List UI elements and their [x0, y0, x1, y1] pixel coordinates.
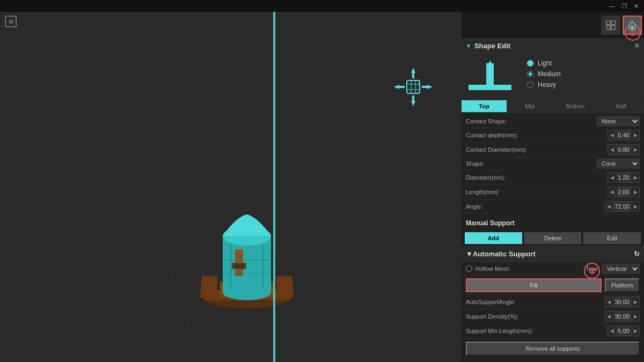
- auto-support-angle-value: 30.00: [612, 299, 632, 305]
- support-density-value: 30.00: [612, 313, 632, 320]
- contact-depth-value: 0.40: [616, 132, 632, 138]
- contact-depth-decrement[interactable]: ◀: [608, 130, 616, 140]
- radio-group: Light Medium Heavy: [518, 54, 644, 100]
- svg-marker-4: [411, 68, 415, 73]
- diameter-value: 1.20: [616, 174, 632, 181]
- contact-shape-select[interactable]: None: [597, 116, 640, 126]
- edit-button[interactable]: Edit: [583, 232, 641, 244]
- prop-contact-depth-label: Contact depth(mm):: [466, 132, 608, 138]
- prop-shape: Shape: Cone: [462, 157, 644, 171]
- angle-spinner[interactable]: ◀ 72.00 ▶: [604, 201, 640, 212]
- hollow-mesh-label: Hollow Mesh: [475, 265, 586, 272]
- angle-increment-2[interactable]: ▶: [632, 297, 639, 307]
- nav-cube[interactable]: [392, 65, 435, 108]
- support-min-length-spinner[interactable]: ◀ 5.00 ▶: [608, 326, 640, 336]
- contact-diameter-decrement[interactable]: ◀: [608, 145, 616, 154]
- type-select[interactable]: Vertical: [602, 264, 640, 274]
- density-increment[interactable]: ▶: [632, 312, 639, 321]
- angle-value: 72.00: [612, 203, 632, 210]
- diameter-spinner[interactable]: ◀ 1.20 ▶: [608, 172, 640, 183]
- auto-support-angle-spinner[interactable]: ◀ 30.00 ▶: [604, 297, 640, 307]
- prop-contact-shape-control[interactable]: None: [597, 116, 640, 126]
- add-button[interactable]: Add: [465, 232, 522, 244]
- svg-rect-19: [200, 276, 218, 298]
- viewport[interactable]: ⊞: [0, 12, 462, 362]
- shape-edit-title: Shape Edit: [474, 42, 510, 50]
- support-min-length-value: 5.00: [616, 328, 632, 334]
- refresh-icon[interactable]: ↻: [634, 250, 640, 258]
- contact-diameter-value: 0.80: [616, 146, 632, 153]
- length-spinner[interactable]: ◀ 2.00 ▶: [608, 187, 640, 197]
- density-decrement[interactable]: ◀: [605, 312, 612, 321]
- auto-support-angle-row: AutoSupportAngle: ◀ 30.00 ▶: [462, 295, 644, 309]
- prop-contact-diameter: Contact Diameter(mm): ◀ 0.80 ▶: [462, 143, 644, 157]
- radio-medium[interactable]: Medium: [527, 69, 635, 79]
- svg-point-25: [223, 284, 271, 300]
- svg-rect-41: [469, 85, 511, 90]
- prop-angle: Angle: ◀ 72.00 ▶: [462, 200, 644, 214]
- panel-icon-button[interactable]: [601, 16, 620, 35]
- tab-top[interactable]: Top: [462, 100, 507, 112]
- prop-shape-control[interactable]: Cone: [597, 159, 640, 168]
- prop-contact-diameter-label: Contact Diameter(mm):: [466, 146, 608, 153]
- radio-heavy[interactable]: Heavy: [527, 79, 635, 90]
- svg-rect-12: [407, 80, 420, 93]
- main-layout: ⊞: [0, 12, 644, 362]
- minimize-button[interactable]: —: [609, 2, 616, 10]
- fill-button[interactable]: Fill: [466, 278, 602, 292]
- angle-increment[interactable]: ▶: [632, 202, 639, 211]
- svg-rect-38: [606, 26, 610, 29]
- properties-section: Contact Shape: None Contact depth(mm): ◀…: [462, 113, 644, 216]
- close-button[interactable]: ✕: [632, 2, 640, 10]
- support-density-spinner[interactable]: ◀ 30.00 ▶: [604, 311, 640, 322]
- svg-rect-37: [611, 21, 615, 25]
- length-increment[interactable]: ▶: [632, 187, 639, 197]
- prop-length-label: Length(mm):: [466, 189, 608, 195]
- svg-rect-7: [412, 95, 414, 101]
- diameter-increment[interactable]: ▶: [632, 173, 639, 182]
- vertical-pole: [273, 12, 275, 362]
- prop-diameter-label: Diameter(mm):: [466, 174, 608, 181]
- contact-diameter-increment[interactable]: ▶: [632, 145, 639, 154]
- tab-mid[interactable]: Mid: [507, 100, 553, 112]
- delete-button[interactable]: Delete: [524, 232, 582, 244]
- diameter-decrement[interactable]: ◀: [608, 173, 616, 182]
- remove-all-button[interactable]: Remove all supports: [466, 342, 640, 356]
- automatic-support-header: ▼ Automatic Support ↻: [462, 247, 644, 262]
- right-panel: ▼ Shape Edit ✕ Light: [462, 12, 644, 362]
- radio-light-dot: [527, 60, 533, 67]
- angle-decrement-2[interactable]: ◀: [605, 297, 612, 307]
- angle-decrement[interactable]: ◀: [605, 202, 612, 211]
- radio-heavy-dot: [527, 82, 533, 88]
- min-length-decrement[interactable]: ◀: [608, 326, 616, 336]
- panel-toolbar: [462, 12, 644, 39]
- contact-diameter-spinner[interactable]: ◀ 0.80 ▶: [608, 144, 640, 155]
- hollow-mesh-radio[interactable]: [466, 265, 472, 272]
- badge-1: ①: [625, 25, 641, 41]
- svg-rect-9: [399, 86, 405, 88]
- tabs-row: Top Mid Bottom Raft: [462, 100, 644, 113]
- tab-raft[interactable]: Raft: [598, 100, 644, 112]
- titlebar: — ❐ ✕: [0, 0, 644, 12]
- close-shape-edit[interactable]: ✕: [634, 42, 640, 50]
- tab-bottom[interactable]: Bottom: [553, 100, 598, 112]
- prop-contact-shape: Contact Shape: None: [462, 115, 644, 128]
- length-decrement[interactable]: ◀: [608, 187, 616, 197]
- app-icon: ⊞: [4, 15, 17, 30]
- min-length-increment[interactable]: ▶: [632, 326, 639, 336]
- shape-select[interactable]: Cone: [597, 159, 640, 168]
- badge-2: ②: [584, 263, 600, 279]
- svg-rect-5: [412, 73, 414, 78]
- restore-button[interactable]: ❐: [620, 2, 628, 10]
- svg-rect-39: [611, 26, 615, 29]
- radio-medium-label: Medium: [538, 70, 561, 78]
- radio-light-label: Light: [538, 60, 552, 67]
- contact-depth-increment[interactable]: ▶: [632, 130, 639, 140]
- platform-button[interactable]: Platform: [605, 278, 640, 292]
- svg-marker-6: [411, 101, 415, 106]
- svg-rect-34: [234, 264, 244, 268]
- radio-light[interactable]: Light: [527, 58, 635, 69]
- radio-heavy-label: Heavy: [538, 81, 556, 88]
- contact-depth-spinner[interactable]: ◀ 0.40 ▶: [608, 130, 640, 141]
- section-arrow: ▼: [466, 43, 471, 49]
